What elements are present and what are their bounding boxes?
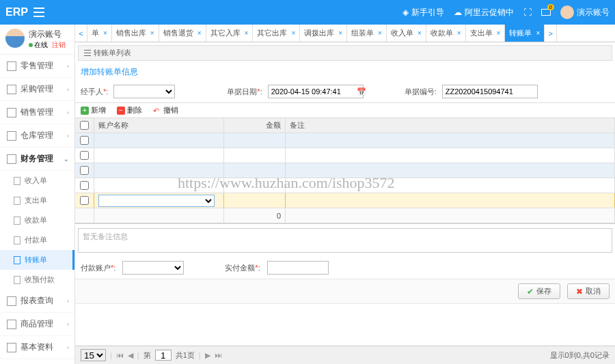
fullscreen-button[interactable]: ⛶ [523, 8, 532, 17]
tab-other-out[interactable]: 其它出库× [253, 25, 300, 42]
grid-row[interactable] [75, 133, 615, 148]
close-icon[interactable]: × [103, 29, 107, 37]
label-text: 经手人 [81, 87, 103, 96]
tab-scroll-right[interactable]: > [545, 25, 557, 42]
row-checkbox[interactable] [80, 151, 89, 160]
sub-transfer[interactable]: 转账单 [0, 250, 74, 270]
tab-assemble[interactable]: 组装单× [347, 25, 387, 42]
sidebar-item-system[interactable]: 系统管理› [0, 359, 74, 364]
sub-prepay[interactable]: 收预付款 [0, 270, 74, 290]
tab-other-in[interactable]: 其它入库× [206, 25, 254, 42]
close-icon[interactable]: × [457, 29, 461, 37]
menu-label: 基本资料 [20, 341, 53, 353]
remark-textarea[interactable]: 暂无备注信息 [78, 228, 612, 253]
undo-button[interactable]: ↶撤销 [153, 105, 178, 115]
sidebar-item-sales[interactable]: 销售管理› [0, 101, 74, 124]
sidebar-item-purchase[interactable]: 采购管理› [0, 78, 74, 101]
tab-scroll-left[interactable]: < [75, 25, 87, 42]
page-size-select[interactable]: 15 [81, 349, 106, 361]
file-icon [14, 197, 20, 205]
add-button[interactable]: +新增 [81, 105, 106, 115]
menu-label: 销售管理 [20, 107, 53, 118]
sidebar-item-goods[interactable]: 商品管理› [0, 313, 74, 336]
close-icon[interactable]: × [197, 29, 202, 37]
tab-allocate[interactable]: 调拨出库× [300, 25, 347, 42]
doc-icon [7, 154, 16, 164]
sidebar-item-finance[interactable]: 财务管理⌄ [0, 148, 74, 171]
sub-payment[interactable]: 付款单 [0, 230, 74, 250]
tab-0[interactable]: 单× [87, 25, 112, 42]
file-icon [14, 216, 20, 225]
cancel-button[interactable]: ✖取消 [567, 283, 610, 299]
label-text: 单据编号 [405, 87, 435, 96]
tab-sales-return[interactable]: 销售退货× [159, 25, 206, 42]
select-all-checkbox[interactable] [80, 121, 89, 130]
tab-sales-out[interactable]: 销售出库× [112, 25, 159, 42]
sidebar-item-basic[interactable]: 基本资料› [0, 336, 74, 359]
close-icon[interactable]: × [245, 29, 249, 37]
grid-toolbar: +新增 −删除 ↶撤销 [75, 102, 615, 118]
close-icon[interactable]: × [418, 29, 422, 37]
grid-row[interactable] [75, 178, 615, 193]
chevron-right-icon: › [67, 321, 69, 328]
close-icon[interactable]: × [150, 29, 154, 37]
last-page-button[interactable]: ⏭ [215, 351, 222, 359]
prev-page-button[interactable]: ◀ [128, 351, 133, 360]
avatar-icon [560, 5, 574, 19]
close-icon[interactable]: × [497, 29, 501, 37]
chevron-right-icon: › [67, 109, 69, 116]
online-label: 在线 [34, 41, 48, 48]
sub-expense[interactable]: 支出单 [0, 191, 74, 210]
close-icon[interactable]: × [338, 29, 342, 37]
close-icon[interactable]: × [291, 29, 295, 37]
user-menu[interactable]: 演示账号 [560, 5, 610, 19]
logout-link[interactable]: 注销 [52, 41, 66, 48]
account-select[interactable] [98, 195, 215, 207]
row-checkbox[interactable] [80, 136, 89, 145]
tab-receipt[interactable]: 收款单× [426, 25, 466, 42]
col-amt-header: 金额 [224, 118, 286, 132]
sub-income[interactable]: 收入单 [0, 171, 74, 191]
menu-toggle-icon[interactable] [33, 8, 44, 17]
tab-expense[interactable]: 支出单× [466, 25, 506, 42]
sub-receipt[interactable]: 收款单 [0, 210, 74, 230]
cloud-promo-link[interactable]: ☁阿里云促销中 [454, 7, 514, 18]
row-checkbox[interactable] [80, 166, 89, 175]
page-number-input[interactable] [155, 350, 172, 361]
label-text: 付款账户 [81, 264, 111, 272]
mail-badge: 0 [547, 4, 554, 10]
save-button[interactable]: ✔保存 [518, 283, 560, 299]
sidebar-item-reports[interactable]: 报表查询› [0, 290, 74, 313]
btn-label: 取消 [586, 286, 601, 296]
row-checkbox[interactable] [80, 181, 89, 190]
billno-input[interactable] [442, 85, 538, 98]
tab-label: 调拨出库 [304, 28, 334, 38]
label-text: 单据日期 [227, 87, 257, 96]
payacct-select[interactable] [122, 261, 184, 275]
file-icon [14, 276, 20, 284]
operator-label: 经手人*: [81, 87, 108, 97]
sidebar-item-warehouse[interactable]: 仓库管理› [0, 124, 74, 148]
guide-link[interactable]: ◈新手引导 [402, 7, 444, 18]
date-input[interactable] [268, 85, 364, 98]
sidebar-username: 演示账号 [29, 29, 66, 40]
calendar-icon[interactable]: 📅 [357, 87, 366, 96]
mail-button[interactable]: 0 [541, 9, 551, 16]
row-checkbox[interactable] [80, 196, 89, 205]
delete-button[interactable]: −删除 [117, 105, 142, 115]
actual-amount-input[interactable] [267, 261, 329, 275]
next-page-button[interactable]: ▶ [205, 351, 210, 360]
tab-income[interactable]: 收入单× [387, 25, 426, 42]
grid-row-editing[interactable] [75, 193, 615, 208]
grid-row[interactable] [75, 148, 615, 163]
close-icon[interactable]: × [536, 29, 540, 37]
operator-select[interactable] [113, 85, 175, 98]
tab-transfer[interactable]: 转账单× [505, 25, 545, 42]
btn-label: 保存 [536, 286, 551, 296]
sub-label: 收入单 [25, 176, 47, 186]
sub-label: 收款单 [25, 215, 47, 225]
sidebar-item-retail[interactable]: 零售管理› [0, 55, 74, 78]
first-page-button[interactable]: ⏮ [116, 351, 124, 359]
close-icon[interactable]: × [378, 29, 382, 37]
grid-row[interactable] [75, 163, 615, 178]
